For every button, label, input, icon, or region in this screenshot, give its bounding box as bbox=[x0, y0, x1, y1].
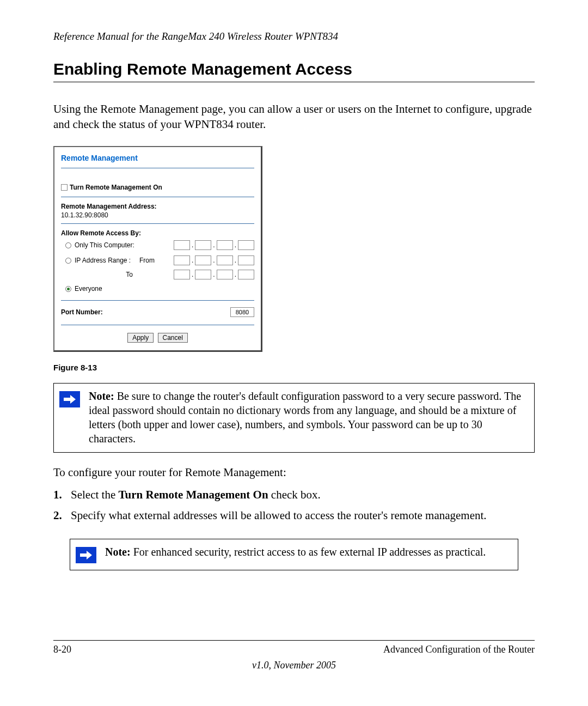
ip-octet-input[interactable] bbox=[217, 240, 233, 250]
ip-octet-input[interactable] bbox=[238, 240, 254, 250]
turn-on-checkbox[interactable] bbox=[61, 184, 68, 191]
step-2: 2. Specify what external addresses will … bbox=[53, 508, 535, 524]
note-1-text: Note: Be sure to change the router's def… bbox=[89, 389, 526, 446]
note-body: Be sure to change the router's default c… bbox=[89, 390, 521, 445]
divider bbox=[61, 168, 254, 168]
ip-range-label: IP Address Range : bbox=[75, 257, 131, 264]
heading-rule bbox=[53, 82, 535, 82]
port-input[interactable]: 8080 bbox=[230, 307, 254, 317]
cancel-button[interactable]: Cancel bbox=[158, 333, 188, 343]
step-number: 1. bbox=[53, 487, 62, 503]
step-text-pre: Select the bbox=[71, 488, 118, 501]
ip-range-block: IP Address Range : From . . . To . . . bbox=[61, 253, 254, 282]
port-label: Port Number: bbox=[61, 308, 103, 316]
only-this-computer-row: Only This Computer: . . . bbox=[61, 237, 254, 253]
ip-octet-input[interactable] bbox=[174, 270, 190, 279]
ip-octet-input[interactable] bbox=[174, 255, 190, 265]
note-box-2: Note: For enhanced security, restrict ac… bbox=[70, 539, 518, 570]
everyone-radio[interactable] bbox=[65, 286, 71, 292]
only-this-octets: . . . bbox=[174, 240, 254, 250]
step-1: 1. Select the Turn Remote Management On … bbox=[53, 487, 535, 503]
ip-range-radio[interactable] bbox=[65, 258, 71, 264]
ip-octet-input[interactable] bbox=[195, 240, 211, 250]
note-box-1: Note: Be sure to change the router's def… bbox=[53, 383, 535, 453]
arrow-right-icon bbox=[59, 391, 80, 407]
note-2-text: Note: For enhanced security, restrict ac… bbox=[105, 545, 486, 559]
step-text-post: check box. bbox=[268, 488, 321, 501]
page-footer: 8-20 Advanced Configuration of the Route… bbox=[53, 640, 535, 671]
intro-paragraph: Using the Remote Management page, you ca… bbox=[53, 102, 535, 132]
step-text-pre: Specify what external addresses will be … bbox=[71, 509, 487, 522]
button-row: Apply Cancel bbox=[61, 328, 254, 343]
footer-rule bbox=[53, 640, 535, 641]
running-header: Reference Manual for the RangeMax 240 Wi… bbox=[53, 31, 535, 42]
remote-management-panel: Remote Management Turn Remote Management… bbox=[53, 146, 262, 352]
ip-octet-input[interactable] bbox=[195, 270, 211, 279]
address-label: Remote Management Address: bbox=[61, 203, 254, 210]
step-number: 2. bbox=[53, 508, 62, 524]
doc-version: v1.0, November 2005 bbox=[53, 660, 535, 671]
note-body: For enhanced security, restrict access t… bbox=[131, 546, 486, 558]
everyone-row: Everyone bbox=[61, 282, 254, 296]
chapter-name: Advanced Configuration of the Router bbox=[383, 644, 535, 655]
ip-octet-input[interactable] bbox=[238, 270, 254, 279]
ip-octet-input[interactable] bbox=[217, 270, 233, 279]
only-this-radio[interactable] bbox=[65, 242, 71, 248]
config-intro: To configure your router for Remote Mana… bbox=[53, 466, 535, 479]
figure-caption: Figure 8-13 bbox=[53, 357, 535, 383]
ip-octet-input[interactable] bbox=[238, 255, 254, 265]
range-to-label: To bbox=[65, 271, 136, 278]
everyone-label: Everyone bbox=[75, 285, 102, 293]
divider bbox=[61, 223, 254, 224]
steps-list: 1. Select the Turn Remote Management On … bbox=[53, 487, 535, 524]
arrow-right-icon bbox=[76, 547, 96, 563]
figure-screenshot: Remote Management Turn Remote Management… bbox=[53, 146, 535, 352]
page-number: 8-20 bbox=[53, 644, 71, 655]
note-lead: Note: bbox=[89, 390, 114, 402]
range-from-label: From bbox=[139, 257, 155, 264]
ip-octet-input[interactable] bbox=[174, 240, 190, 250]
range-to-octets: . . . bbox=[174, 270, 254, 279]
note-lead: Note: bbox=[105, 546, 131, 558]
address-block: Remote Management Address: 10.1.32.90:80… bbox=[61, 200, 254, 219]
turn-on-row: Turn Remote Management On bbox=[61, 182, 254, 192]
step-text-bold: Turn Remote Management On bbox=[118, 488, 268, 501]
apply-button[interactable]: Apply bbox=[127, 333, 154, 343]
divider bbox=[61, 325, 254, 325]
panel-title: Remote Management bbox=[61, 151, 254, 166]
ip-octet-input[interactable] bbox=[217, 255, 233, 265]
divider bbox=[61, 300, 254, 301]
address-value: 10.1.32.90:8080 bbox=[61, 210, 254, 219]
divider bbox=[61, 197, 254, 197]
section-heading: Enabling Remote Management Access bbox=[53, 60, 535, 78]
only-this-label: Only This Computer: bbox=[75, 241, 134, 249]
range-from-octets: . . . bbox=[174, 255, 254, 265]
ip-octet-input[interactable] bbox=[195, 255, 211, 265]
port-row: Port Number: 8080 bbox=[61, 304, 254, 320]
allow-access-label: Allow Remote Access By: bbox=[61, 227, 254, 237]
turn-on-label: Turn Remote Management On bbox=[70, 184, 162, 191]
